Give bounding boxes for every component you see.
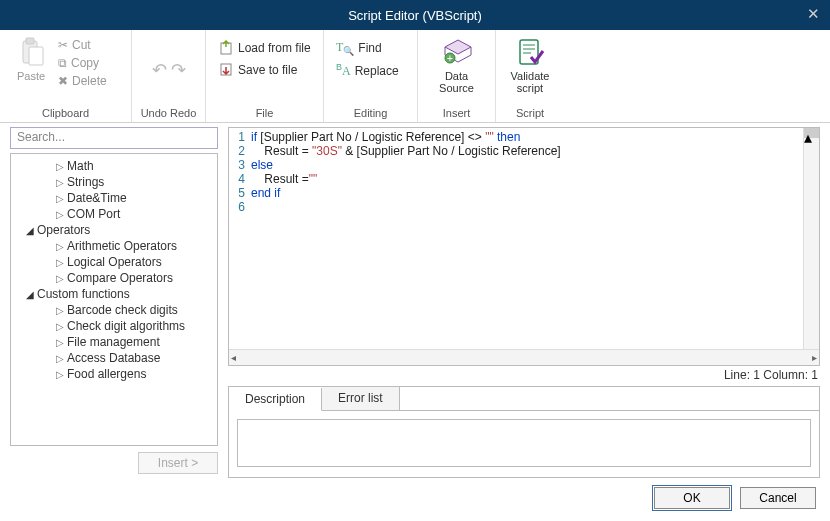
ok-button[interactable]: OK — [654, 487, 730, 509]
chevron-right-icon[interactable]: ▷ — [55, 193, 65, 204]
close-icon[interactable]: ✕ — [807, 5, 820, 23]
dialog-footer: OK Cancel — [0, 478, 830, 518]
undo-icon[interactable]: ↶ — [152, 59, 167, 81]
group-editing: T🔍 Find BA Replace Editing — [324, 30, 418, 122]
delete-icon: ✖ — [58, 74, 68, 88]
chevron-right-icon[interactable]: ▷ — [55, 353, 65, 364]
bottom-tabs: Description Error list — [228, 386, 820, 410]
group-label-clipboard: Clipboard — [2, 105, 129, 122]
group-label-script: Script — [498, 105, 562, 122]
cancel-button[interactable]: Cancel — [740, 487, 816, 509]
left-panel: Search... ▷Math▷Strings▷Date&Time▷COM Po… — [0, 123, 228, 478]
validate-icon — [514, 36, 546, 68]
svg-rect-2 — [29, 47, 43, 65]
chevron-right-icon[interactable]: ▷ — [55, 257, 65, 268]
tab-error-list[interactable]: Error list — [322, 387, 400, 410]
group-insert: + Data Source Insert — [418, 30, 496, 122]
chevron-down-icon[interactable]: ◢ — [25, 289, 35, 300]
tree-item[interactable]: ▷Barcode check digits — [11, 302, 217, 318]
cursor-status: Line: 1 Column: 1 — [228, 366, 820, 384]
group-clipboard: Paste ✂Cut ⧉Copy ✖Delete Clipboard — [0, 30, 132, 122]
find-icon: T🔍 — [336, 40, 354, 56]
save-to-file-button[interactable]: Save to file — [214, 60, 315, 80]
tree-item[interactable]: ▷Compare Operators — [11, 270, 217, 286]
tree-item[interactable]: ◢Operators — [11, 222, 217, 238]
tree-item-label: COM Port — [67, 207, 120, 221]
chevron-right-icon[interactable]: ▷ — [55, 161, 65, 172]
validate-script-button[interactable]: Validate script — [504, 34, 556, 94]
tree-item[interactable]: ▷Logical Operators — [11, 254, 217, 270]
chevron-down-icon[interactable]: ◢ — [25, 225, 35, 236]
tab-body — [228, 410, 820, 478]
code-editor[interactable]: 123456 if [Supplier Part No / Logistic R… — [228, 127, 820, 366]
chevron-right-icon[interactable]: ▷ — [55, 273, 65, 284]
tree-item-label: Custom functions — [37, 287, 130, 301]
svg-rect-1 — [26, 38, 34, 44]
group-script: Validate script Script — [496, 30, 564, 122]
data-source-icon: + — [441, 36, 473, 68]
insert-button[interactable]: Insert > — [138, 452, 218, 474]
tree-item[interactable]: ◢Custom functions — [11, 286, 217, 302]
group-file: Load from file Save to file File — [206, 30, 324, 122]
chevron-right-icon[interactable]: ▷ — [55, 209, 65, 220]
tree-item-label: Food allergens — [67, 367, 146, 381]
ribbon: Paste ✂Cut ⧉Copy ✖Delete Clipboard ↶ ↷ U… — [0, 30, 830, 123]
window-title: Script Editor (VBScript) — [348, 8, 482, 23]
tree-item-label: Barcode check digits — [67, 303, 178, 317]
tree-item[interactable]: ▷Food allergens — [11, 366, 217, 382]
cut-button[interactable]: ✂Cut — [54, 36, 111, 54]
paste-button[interactable]: Paste — [8, 34, 54, 82]
tab-description[interactable]: Description — [229, 388, 322, 411]
tree-item-label: Strings — [67, 175, 104, 189]
tree-item[interactable]: ▷Access Database — [11, 350, 217, 366]
tree-item[interactable]: ▷Math — [11, 158, 217, 174]
tree-item-label: Access Database — [67, 351, 160, 365]
tree-item[interactable]: ▷File management — [11, 334, 217, 350]
find-button[interactable]: T🔍 Find — [332, 38, 403, 58]
save-icon — [218, 62, 234, 78]
group-label-editing: Editing — [326, 105, 415, 122]
redo-icon[interactable]: ↷ — [171, 59, 186, 81]
tree-item-label: Operators — [37, 223, 90, 237]
tree-item-label: Compare Operators — [67, 271, 173, 285]
chevron-right-icon[interactable]: ▷ — [55, 321, 65, 332]
tree-item[interactable]: ▷Check digit algorithms — [11, 318, 217, 334]
tree-item[interactable]: ▷Strings — [11, 174, 217, 190]
chevron-right-icon[interactable]: ▷ — [55, 177, 65, 188]
paste-icon — [15, 36, 47, 68]
description-box[interactable] — [237, 419, 811, 467]
tree-item-label: Date&Time — [67, 191, 127, 205]
tree-item[interactable]: ▷Arithmetic Operators — [11, 238, 217, 254]
group-label-undoredo: Undo Redo — [134, 105, 203, 122]
group-label-file: File — [208, 105, 321, 122]
chevron-right-icon[interactable]: ▷ — [55, 337, 65, 348]
tree-item-label: Logical Operators — [67, 255, 162, 269]
vertical-scrollbar[interactable]: ▴ — [803, 128, 819, 349]
code-content[interactable]: if [Supplier Part No / Logistic Referenc… — [249, 128, 819, 365]
chevron-right-icon[interactable]: ▷ — [55, 369, 65, 380]
right-panel: 123456 if [Supplier Part No / Logistic R… — [228, 123, 830, 478]
tree-item-label: Math — [67, 159, 94, 173]
main-area: Search... ▷Math▷Strings▷Date&Time▷COM Po… — [0, 123, 830, 478]
replace-button[interactable]: BA Replace — [332, 60, 403, 81]
copy-button[interactable]: ⧉Copy — [54, 54, 111, 72]
tree-item-label: Check digit algorithms — [67, 319, 185, 333]
tree-item-label: File management — [67, 335, 160, 349]
scissors-icon: ✂ — [58, 38, 68, 52]
tree-item[interactable]: ▷Date&Time — [11, 190, 217, 206]
replace-icon: BA — [336, 62, 351, 79]
group-label-insert: Insert — [420, 105, 493, 122]
chevron-right-icon[interactable]: ▷ — [55, 305, 65, 316]
search-input[interactable]: Search... — [10, 127, 218, 149]
delete-button[interactable]: ✖Delete — [54, 72, 111, 90]
load-from-file-button[interactable]: Load from file — [214, 38, 315, 58]
chevron-right-icon[interactable]: ▷ — [55, 241, 65, 252]
svg-text:+: + — [447, 53, 453, 64]
data-source-button[interactable]: + Data Source — [429, 34, 485, 94]
copy-icon: ⧉ — [58, 56, 67, 70]
horizontal-scrollbar[interactable]: ◂▸ — [229, 349, 819, 365]
function-tree[interactable]: ▷Math▷Strings▷Date&Time▷COM Port◢Operato… — [10, 153, 218, 446]
tree-item[interactable]: ▷COM Port — [11, 206, 217, 222]
load-icon — [218, 40, 234, 56]
title-bar: Script Editor (VBScript) ✕ — [0, 0, 830, 30]
